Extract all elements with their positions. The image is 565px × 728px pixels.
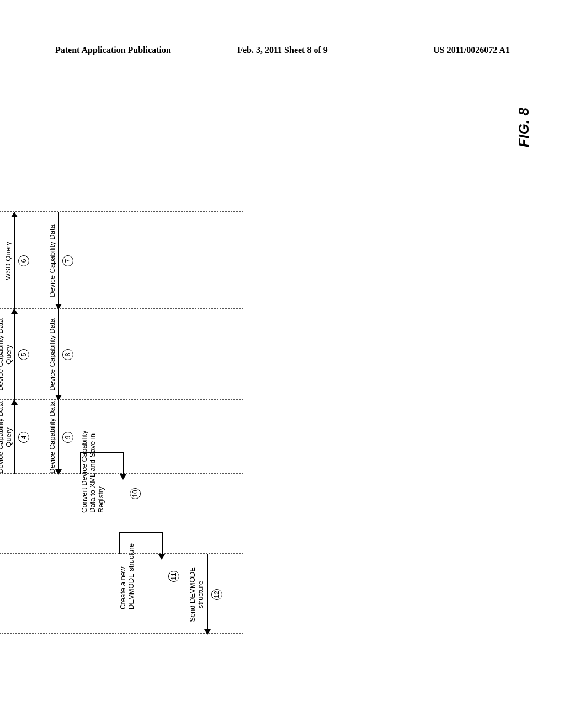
message-arrow [58,309,59,400]
figure-label: FIG. 8 [515,108,532,147]
header-right: US 2011/0026072 A1 [433,45,510,55]
header-left: Patent Application Publication [55,45,171,55]
step-badge: 12 [211,589,222,600]
message-arrow [58,400,59,474]
step-badge: 9 [62,432,73,443]
message-label: Device Capability Data Query [0,311,13,399]
message-arrow [14,400,15,474]
message-label: Send DEVMODE structure [188,556,205,633]
lifeline [0,211,244,212]
lifeline [0,399,244,400]
message-arrow [58,212,59,309]
arrowhead-icon [158,554,165,560]
page-header: Patent Application Publication Feb. 3, 2… [55,45,510,55]
message-label: Device Capability Data [48,224,56,297]
message-arrow [14,212,15,309]
arrowhead-icon [204,629,211,635]
message-label: Device Capability Data Query [0,399,13,476]
message-label: WSD Query [4,242,12,280]
message-arrow [207,554,208,634]
step-badge: 6 [18,255,29,266]
arrowhead-icon [11,212,18,217]
message-label: Device Capability Data [48,401,56,474]
step-badge: 10 [130,488,141,499]
header-center: Feb. 3, 2011 Sheet 8 of 9 [237,45,328,55]
step-badge: 11 [168,571,179,582]
step-badge: 7 [62,255,73,266]
message-label: Convert Device Capability Data to XML an… [80,419,105,513]
step-badge: 4 [18,432,29,443]
step-badge: 8 [62,349,73,360]
step-badge: 5 [18,349,29,360]
message-label: Create a new DEVMODE structure [119,532,135,609]
message-label: Device Capability Data [48,318,56,391]
message-arrow [14,309,15,400]
lifeline [0,308,244,309]
arrowhead-icon [120,474,126,480]
figure-8: FIG. 8 APPLICATION PROGRAM DEVMODE GENER… [0,190,538,565]
sequence-diagram: APPLICATION PROGRAM DEVMODE GENERATION M… [0,91,257,665]
